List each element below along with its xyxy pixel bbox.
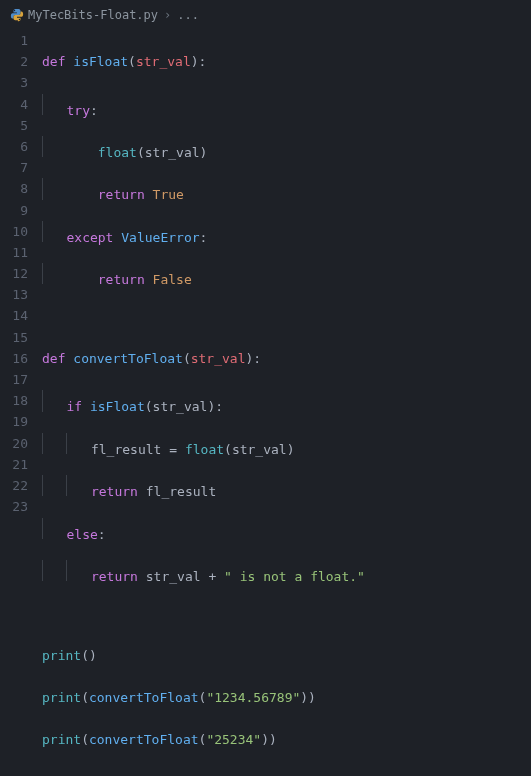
code-line[interactable]: return str_val + " is not a float." [42,560,531,581]
svg-point-0 [14,10,15,11]
svg-point-1 [19,19,20,20]
code-line[interactable]: else: [42,518,531,539]
chevron-right-icon: › [164,8,171,22]
code-line[interactable] [42,602,531,623]
code-editor[interactable]: 1 2 3 4 5 6 7 8 9 10 11 12 13 14 15 16 1… [0,28,531,776]
code-line[interactable]: float(str_val) [42,136,531,157]
code-line[interactable]: return True [42,178,531,199]
code-line[interactable]: return fl_result [42,475,531,496]
line-number: 22 [0,475,28,496]
line-number: 14 [0,305,28,326]
line-number: 23 [0,496,28,517]
line-number-gutter: 1 2 3 4 5 6 7 8 9 10 11 12 13 14 15 16 1… [0,30,42,776]
line-number: 8 [0,178,28,199]
line-number: 13 [0,284,28,305]
code-line[interactable]: if isFloat(str_val): [42,390,531,411]
python-file-icon [10,8,24,22]
code-content[interactable]: def isFloat(str_val): try: float(str_val… [42,30,531,776]
breadcrumb[interactable]: MyTecBits-Float.py › ... [0,0,531,28]
line-number: 18 [0,390,28,411]
line-number: 15 [0,327,28,348]
code-line[interactable]: try: [42,94,531,115]
code-line[interactable]: fl_result = float(str_val) [42,433,531,454]
code-line[interactable]: print() [42,645,531,666]
code-line[interactable]: def convertToFloat(str_val): [42,348,531,369]
line-number: 17 [0,369,28,390]
code-line[interactable] [42,306,531,327]
code-line[interactable]: print(convertToFloat("ABCD")) [42,772,531,776]
line-number: 9 [0,200,28,221]
line-number: 11 [0,242,28,263]
line-number: 10 [0,221,28,242]
line-number: 5 [0,115,28,136]
line-number: 21 [0,454,28,475]
line-number: 20 [0,433,28,454]
code-line[interactable]: print(convertToFloat("25234")) [42,729,531,750]
code-line[interactable]: def isFloat(str_val): [42,51,531,72]
code-line[interactable]: except ValueError: [42,221,531,242]
breadcrumb-filename[interactable]: MyTecBits-Float.py [28,8,158,22]
code-line[interactable]: return False [42,263,531,284]
line-number: 1 [0,30,28,51]
line-number: 4 [0,94,28,115]
line-number: 16 [0,348,28,369]
line-number: 19 [0,411,28,432]
line-number: 12 [0,263,28,284]
line-number: 3 [0,72,28,93]
breadcrumb-trail[interactable]: ... [177,8,199,22]
line-number: 6 [0,136,28,157]
code-line[interactable]: print(convertToFloat("1234.56789")) [42,687,531,708]
line-number: 7 [0,157,28,178]
line-number: 2 [0,51,28,72]
